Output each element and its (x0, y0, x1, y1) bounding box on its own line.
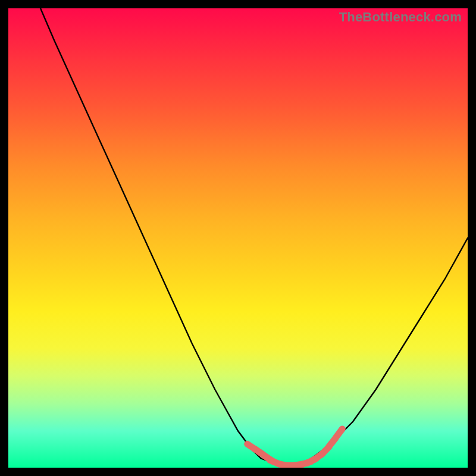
plot-area: TheBottleneck.com (8, 8, 468, 468)
marker-group (248, 429, 343, 466)
watermark-text: TheBottleneck.com (339, 10, 462, 25)
curve-layer (8, 8, 468, 468)
bottleneck-curve (40, 8, 468, 465)
curve-marker (336, 429, 342, 437)
chart-stage: TheBottleneck.com (0, 0, 476, 476)
